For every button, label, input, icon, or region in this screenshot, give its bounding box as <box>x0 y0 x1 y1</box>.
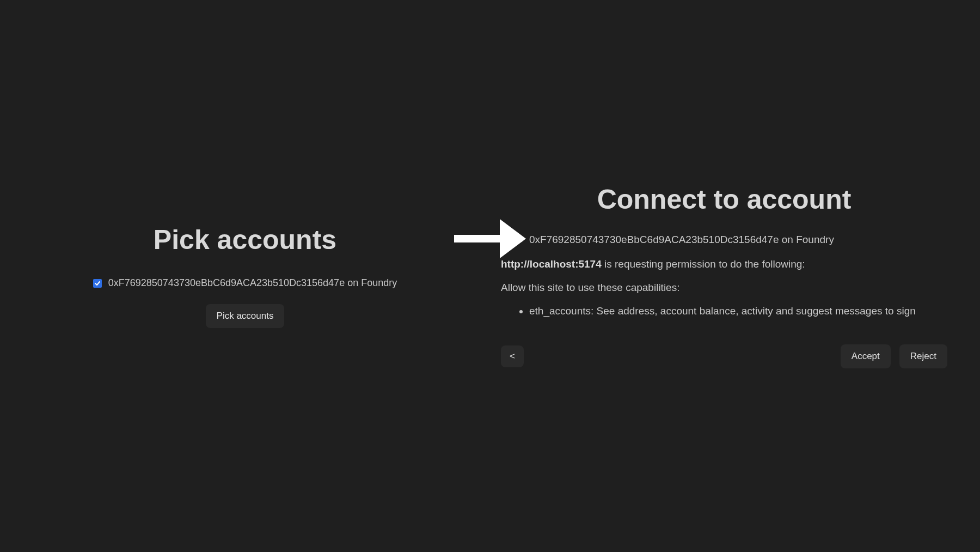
connect-account-title: Connect to account <box>597 184 852 215</box>
pick-accounts-panel: Pick accounts 0xF7692850743730eBbC6d9ACA… <box>0 202 490 350</box>
arrow-icon <box>454 219 526 258</box>
action-right-group: Accept Reject <box>841 344 947 368</box>
pick-accounts-title: Pick accounts <box>154 224 336 256</box>
connect-account-panel: Connect to account 0xF7692850743730eBbC6… <box>490 162 980 391</box>
list-item: 0xF7692850743730eBbC6d9ACA23b510Dc3156d4… <box>529 232 834 248</box>
permission-request-text: http://localhost:5174 is requesting perm… <box>501 257 805 272</box>
action-row: < Accept Reject <box>501 344 947 368</box>
pick-accounts-button[interactable]: Pick accounts <box>206 304 285 328</box>
account-list: 0xF7692850743730eBbC6d9ACA23b510Dc3156d4… <box>501 232 834 248</box>
reject-button[interactable]: Reject <box>899 344 947 368</box>
back-button[interactable]: < <box>501 345 524 367</box>
list-item: eth_accounts: See address, account balan… <box>529 303 916 319</box>
check-icon <box>94 280 101 287</box>
request-url: http://localhost:5174 <box>501 258 602 270</box>
capabilities-list: eth_accounts: See address, account balan… <box>501 303 916 319</box>
account-checkbox[interactable] <box>93 279 102 288</box>
account-row: 0xF7692850743730eBbC6d9ACA23b510Dc3156d4… <box>93 277 397 289</box>
accept-button[interactable]: Accept <box>841 344 891 368</box>
account-label: 0xF7692850743730eBbC6d9ACA23b510Dc3156d4… <box>108 277 397 289</box>
allow-capabilities-text: Allow this site to use these capabilitie… <box>501 280 679 296</box>
request-suffix: is requesting permission to do the follo… <box>602 258 805 270</box>
